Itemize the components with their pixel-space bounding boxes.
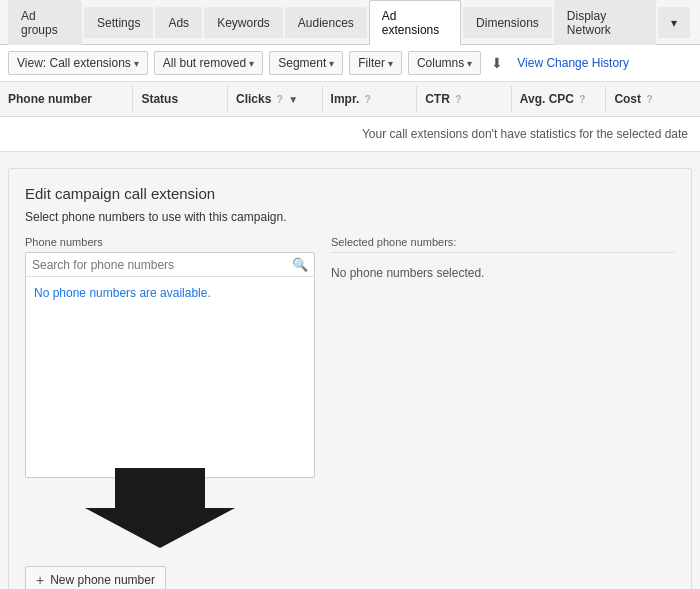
svg-marker-0 [85, 468, 235, 548]
help-icon-impr: ? [365, 94, 371, 105]
top-nav-tabs: Ad groups Settings Ads Keywords Audience… [0, 0, 700, 45]
tab-ads[interactable]: Ads [155, 7, 202, 38]
no-selected-text: No phone numbers selected. [331, 266, 484, 280]
toolbar: View: Call extensions ▾ All but removed … [0, 45, 700, 82]
arrow-icon [85, 468, 235, 548]
phone-list-area: No phone numbers are available. [26, 277, 314, 477]
segment-label: Segment [278, 56, 326, 70]
no-phones-text: No phone numbers are available. [34, 286, 211, 300]
columns-label: Columns [417, 56, 464, 70]
th-ctr: CTR ? [417, 86, 512, 112]
tab-more[interactable]: ▾ [658, 7, 690, 38]
th-cost: Cost ? [606, 86, 700, 112]
segment-dropdown[interactable]: Segment ▾ [269, 51, 343, 75]
help-icon-ctr: ? [455, 94, 461, 105]
tab-settings[interactable]: Settings [84, 7, 153, 38]
tab-ad-groups[interactable]: Ad groups [8, 0, 82, 45]
phone-numbers-box: 🔍 No phone numbers are available. [25, 252, 315, 478]
filter-label: All but removed [163, 56, 246, 70]
help-icon-avg-cpc: ? [579, 94, 585, 105]
chevron-down-icon: ▾ [134, 58, 139, 69]
th-status: Status [133, 86, 228, 112]
th-avg-cpc: Avg. CPC ? [512, 86, 607, 112]
chevron-down-icon: ▾ [388, 58, 393, 69]
help-icon-clicks: ? [277, 94, 283, 105]
tab-display-network[interactable]: Display Network [554, 0, 656, 45]
selected-phones-panel: Selected phone numbers: No phone numbers… [331, 236, 675, 589]
chevron-down-icon: ▾ [249, 58, 254, 69]
filter-dropdown[interactable]: Filter ▾ [349, 51, 402, 75]
help-icon-cost: ? [646, 94, 652, 105]
search-icon: 🔍 [292, 257, 308, 272]
view-label: View: Call extensions [17, 56, 131, 70]
plus-icon: + [36, 572, 44, 588]
tab-keywords[interactable]: Keywords [204, 7, 283, 38]
no-data-message: Your call extensions don't have statisti… [0, 117, 700, 152]
chevron-down-icon: ▾ [467, 58, 472, 69]
th-phone-number: Phone number [0, 86, 133, 112]
phone-section: Phone numbers 🔍 No phone numbers are ava… [25, 236, 675, 589]
new-phone-label: New phone number [50, 573, 155, 587]
view-change-history-link[interactable]: View Change History [517, 56, 629, 70]
edit-panel: Edit campaign call extension Select phon… [8, 168, 692, 589]
search-row: 🔍 [26, 253, 314, 277]
chevron-down-icon: ▾ [329, 58, 334, 69]
columns-dropdown[interactable]: Columns ▾ [408, 51, 481, 75]
edit-panel-subtitle: Select phone numbers to use with this ca… [25, 210, 675, 224]
selected-label: Selected phone numbers: [331, 236, 675, 253]
download-icon[interactable]: ⬇ [491, 55, 503, 71]
tab-audiences[interactable]: Audiences [285, 7, 367, 38]
th-impr: Impr. ? [323, 86, 418, 112]
tab-ad-extensions[interactable]: Ad extensions [369, 0, 461, 45]
edit-panel-title: Edit campaign call extension [25, 185, 675, 202]
phone-numbers-panel: Phone numbers 🔍 No phone numbers are ava… [25, 236, 315, 589]
tab-dimensions[interactable]: Dimensions [463, 7, 552, 38]
selected-area: No phone numbers selected. [331, 257, 675, 288]
table-header: Phone number Status Clicks ? ▼ Impr. ? C… [0, 82, 700, 117]
sort-arrow-icon[interactable]: ▼ [288, 94, 298, 105]
filter2-label: Filter [358, 56, 385, 70]
phone-numbers-label: Phone numbers [25, 236, 315, 248]
filter-removed-dropdown[interactable]: All but removed ▾ [154, 51, 263, 75]
th-clicks: Clicks ? ▼ [228, 86, 323, 112]
search-input[interactable] [32, 258, 292, 272]
view-dropdown[interactable]: View: Call extensions ▾ [8, 51, 148, 75]
new-phone-number-button[interactable]: + New phone number [25, 566, 166, 589]
